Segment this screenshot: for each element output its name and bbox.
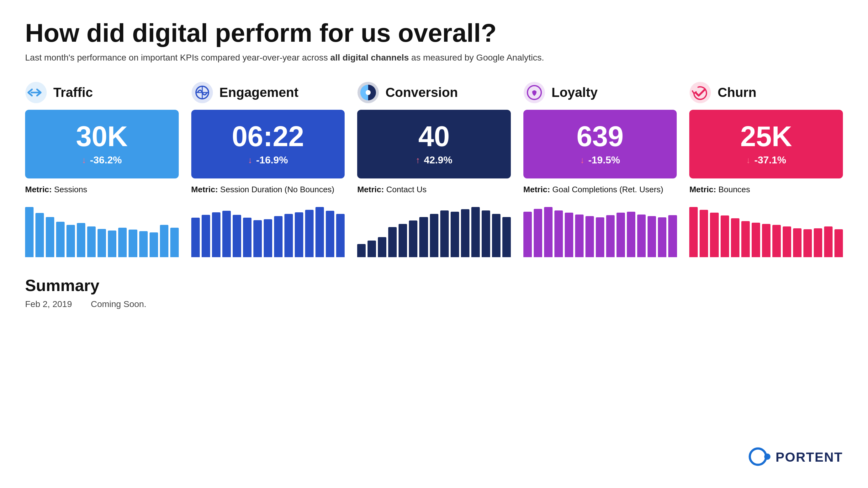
engagement-icon [191, 82, 213, 103]
bar [233, 215, 241, 257]
bar-chart-engagement [191, 207, 345, 257]
kpi-change-churn: ↓ -37.1% [746, 154, 786, 166]
kpi-metric-churn: Metric: Bounces [689, 185, 843, 194]
bar [596, 217, 604, 257]
kpi-change-engagement: ↓ -16.9% [248, 154, 288, 166]
kpi-card-churn: 25K ↓ -37.1% [689, 110, 843, 179]
bar [585, 216, 594, 257]
summary-row: Feb 2, 2019 Coming Soon. [25, 299, 843, 309]
kpi-column-loyalty: Loyalty 639 ↓ -19.5% Metric: Goal Comple… [523, 82, 677, 257]
kpi-header-traffic: Traffic [25, 82, 179, 103]
kpi-title-traffic: Traffic [53, 85, 93, 100]
bar [284, 214, 293, 257]
page-subtitle: Last month's performance on important KP… [25, 53, 843, 63]
bar [731, 218, 739, 257]
bar [97, 229, 106, 257]
bar [118, 228, 127, 257]
bar [544, 207, 553, 257]
bar [627, 212, 635, 257]
kpi-column-churn: Churn 25K ↓ -37.1% Metric: Bounces [689, 82, 843, 257]
kpi-grid: Traffic 30K ↓ -36.2% Metric: Sessions [25, 82, 843, 257]
bar [700, 210, 708, 257]
arrow-down-icon: ↓ [248, 155, 252, 165]
bar [451, 212, 459, 257]
logo-area: PORTENT [748, 445, 843, 469]
kpi-header-loyalty: Loyalty [523, 82, 677, 103]
kpi-metric-loyalty: Metric: Goal Completions (Ret. Users) [523, 185, 677, 194]
kpi-card-engagement: 06:22 ↓ -16.9% [191, 110, 345, 179]
bar [772, 225, 781, 257]
bar [554, 210, 563, 257]
bar [637, 215, 646, 257]
bar [87, 226, 96, 257]
bar [150, 233, 158, 257]
bar-chart-conversion [357, 207, 511, 257]
bar [523, 212, 532, 257]
bar [658, 217, 666, 257]
kpi-value-churn: 25K [740, 122, 792, 151]
bar [264, 219, 272, 257]
arrow-down-icon: ↓ [82, 155, 86, 165]
bar [129, 230, 137, 257]
kpi-header-engagement: Engagement [191, 82, 345, 103]
bar [534, 209, 542, 257]
kpi-change-conversion: ↑ 42.9% [416, 154, 453, 166]
svg-point-11 [764, 454, 771, 460]
traffic-icon [25, 82, 47, 103]
kpi-column-traffic: Traffic 30K ↓ -36.2% Metric: Sessions [25, 82, 179, 257]
bar [336, 214, 345, 257]
bar [409, 220, 417, 257]
bar-chart-traffic [25, 207, 179, 257]
logo-text: PORTENT [775, 450, 843, 465]
bar [202, 215, 210, 257]
bar [368, 241, 376, 257]
bar [710, 213, 718, 257]
kpi-card-conversion: 40 ↑ 42.9% [357, 110, 511, 179]
bar [357, 244, 366, 257]
bar [783, 226, 791, 257]
bar [430, 214, 438, 257]
conversion-icon [357, 82, 379, 103]
kpi-column-engagement: Engagement 06:22 ↓ -16.9% Metric: Sessio… [191, 82, 345, 257]
bar-chart-loyalty [523, 207, 677, 257]
kpi-change-traffic: ↓ -36.2% [82, 154, 122, 166]
bar [77, 223, 85, 257]
kpi-value-engagement: 06:22 [232, 122, 304, 151]
kpi-metric-conversion: Metric: Contact Us [357, 185, 511, 194]
kpi-value-loyalty: 639 [577, 122, 624, 151]
bar [471, 207, 480, 257]
bar [243, 218, 251, 257]
bar [741, 221, 750, 257]
kpi-value-conversion: 40 [418, 122, 450, 151]
bar [139, 231, 148, 257]
arrow-down-icon: ↓ [580, 155, 585, 165]
bar [803, 229, 812, 257]
bar [66, 225, 75, 257]
bar [46, 217, 54, 257]
kpi-card-traffic: 30K ↓ -36.2% [25, 110, 179, 179]
kpi-title-engagement: Engagement [219, 85, 299, 100]
kpi-title-churn: Churn [717, 85, 756, 100]
summary-text: Coming Soon. [91, 299, 146, 309]
bar [222, 211, 231, 257]
bar [721, 215, 729, 257]
loyalty-icon [523, 82, 545, 103]
bar [212, 212, 220, 257]
bar [575, 215, 584, 257]
bar [617, 213, 625, 257]
summary-date: Feb 2, 2019 [25, 299, 72, 309]
bar [752, 223, 760, 257]
kpi-header-conversion: Conversion [357, 82, 511, 103]
bar [25, 207, 34, 257]
bar [606, 215, 615, 257]
summary-title: Summary [25, 276, 843, 295]
bar [170, 228, 179, 257]
page-title: How did digital perform for us overall? [25, 19, 843, 47]
bar [814, 228, 822, 257]
kpi-metric-engagement: Metric: Session Duration (No Bounces) [191, 185, 345, 194]
bar [482, 210, 490, 257]
bar [56, 222, 65, 257]
bar [834, 229, 843, 257]
bar-chart-churn [689, 207, 843, 257]
bar [108, 231, 116, 257]
